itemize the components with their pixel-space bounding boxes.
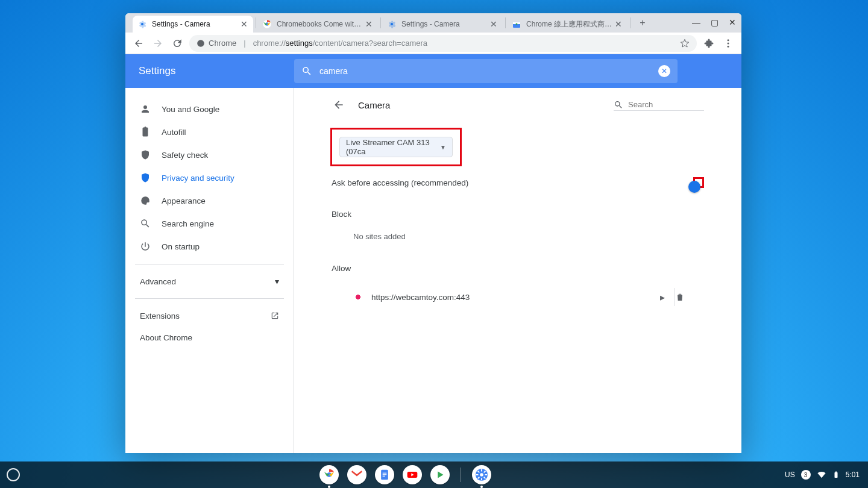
reload-button[interactable]	[170, 36, 184, 51]
search-icon	[140, 218, 151, 229]
gear-icon	[387, 19, 397, 29]
star-icon[interactable]	[680, 39, 690, 48]
tab-divider	[256, 17, 256, 28]
svg-rect-17	[383, 476, 385, 477]
shelf-app-play-store[interactable]	[430, 465, 450, 484]
chrome-icon	[262, 19, 272, 29]
sidebar-advanced[interactable]: Advanced▾	[125, 271, 294, 292]
settings-search[interactable]: ✕	[294, 59, 678, 83]
tab-settings-camera-2[interactable]: Settings - Camera ✕	[382, 16, 503, 33]
sidebar-item-label: Safety check	[162, 151, 208, 160]
secure-chip: Chrome	[197, 39, 236, 48]
block-section-label: Block	[332, 210, 704, 219]
settings-page: Settings ✕ You and Google Autofill Safet…	[125, 54, 741, 453]
status-area[interactable]: US 3 5:01	[785, 470, 868, 480]
svg-rect-15	[383, 473, 387, 474]
sidebar-divider	[135, 264, 284, 264]
notification-count: 3	[801, 470, 811, 480]
gear-icon	[137, 19, 147, 29]
settings-sidebar: You and Google Autofill Safety check Pri…	[125, 88, 294, 453]
search-icon	[614, 100, 623, 110]
chevron-right-icon[interactable]: ▸	[650, 292, 675, 303]
clock: 5:01	[846, 471, 860, 479]
battery-icon	[832, 470, 840, 480]
forward-button	[151, 36, 165, 51]
chrome-chip-icon	[197, 39, 205, 48]
sidebar-item-appearance[interactable]: Appearance	[125, 189, 284, 212]
sidebar-item-privacy-security[interactable]: Privacy and security	[125, 166, 284, 189]
person-icon	[140, 104, 151, 114]
sidebar-divider	[135, 298, 284, 299]
sidebar-extensions[interactable]: Extensions	[125, 305, 294, 327]
shelf-app-chrome[interactable]	[319, 465, 339, 484]
extensions-label: Extensions	[140, 311, 180, 321]
inpage-search-input[interactable]	[628, 99, 694, 110]
block-no-sites: No sites added	[332, 219, 704, 243]
close-tab-icon[interactable]: ✕	[240, 20, 248, 28]
main-header: Camera	[332, 98, 704, 117]
close-tab-icon[interactable]: ✕	[489, 20, 498, 28]
clear-search-icon[interactable]: ✕	[658, 65, 670, 77]
shelf-app-gmail[interactable]	[347, 465, 366, 484]
page-title: Camera	[358, 100, 390, 110]
open-external-icon	[271, 311, 279, 320]
sidebar-item-safety-check[interactable]: Safety check	[125, 143, 284, 166]
webstore-icon	[512, 19, 521, 29]
sidebar-about-chrome[interactable]: About Chrome	[125, 327, 294, 348]
advanced-label: Advanced	[140, 277, 176, 286]
settings-title: Settings	[125, 65, 294, 77]
search-icon	[301, 66, 312, 77]
url-display: chrome://settings/content/camera?search=…	[253, 39, 427, 48]
tab-title: Settings - Camera	[152, 20, 240, 28]
shelf-app-youtube[interactable]	[403, 465, 422, 484]
minimize-icon[interactable]: —	[691, 17, 702, 28]
svg-point-7	[197, 40, 204, 47]
close-tab-icon[interactable]: ✕	[614, 20, 623, 28]
sidebar-item-on-startup[interactable]: On startup	[125, 235, 284, 258]
close-window-icon[interactable]: ✕	[727, 17, 738, 28]
about-label: About Chrome	[140, 333, 192, 342]
sidebar-item-search-engine[interactable]: Search engine	[125, 212, 284, 235]
toggle-knob	[688, 181, 700, 193]
back-button[interactable]	[131, 36, 146, 51]
chromeos-shelf: US 3 5:01	[0, 461, 868, 488]
tab-chromebooks-perks[interactable]: Chromebooks Come with Perks ✕	[257, 16, 378, 33]
camera-device-value: Live Streamer CAM 313 (07ca	[346, 138, 436, 156]
shelf-app-docs[interactable]	[375, 465, 394, 484]
svg-point-21	[480, 473, 484, 477]
settings-search-input[interactable]	[319, 66, 651, 76]
menu-icon[interactable]	[721, 36, 735, 51]
extensions-icon[interactable]	[702, 36, 716, 51]
close-tab-icon[interactable]: ✕	[365, 20, 373, 28]
clipboard-icon	[140, 127, 151, 137]
shield-icon	[140, 172, 151, 183]
sidebar-item-autofill[interactable]: Autofill	[125, 120, 284, 143]
camera-device-select[interactable]: Live Streamer CAM 313 (07ca ▼	[339, 137, 453, 157]
tab-chrome-webstore[interactable]: Chrome 線上應用程式商店 - w… ✕	[507, 16, 627, 33]
settings-body: You and Google Autofill Safety check Pri…	[125, 88, 741, 453]
launcher-button[interactable]	[0, 468, 27, 481]
allow-site-row[interactable]: https://webcamtoy.com:443 ▸	[332, 283, 704, 311]
delete-site-button[interactable]	[675, 292, 704, 302]
shelf-app-settings[interactable]	[472, 465, 491, 484]
settings-main: Camera Live Streamer CAM 313 (07ca ▼	[294, 88, 741, 453]
omnibox[interactable]: Chrome | chrome://settings/content/camer…	[189, 35, 697, 52]
secure-label: Chrome	[209, 39, 236, 48]
svg-rect-16	[383, 474, 387, 475]
tab-divider	[630, 17, 631, 28]
new-tab-button[interactable]: +	[635, 16, 650, 30]
allow-site-url: https://webcamtoy.com:443	[371, 293, 650, 302]
tab-settings-camera[interactable]: Settings - Camera ✕	[133, 16, 253, 33]
tab-divider	[505, 17, 506, 28]
tab-divider	[380, 17, 381, 28]
settings-appbar: Settings ✕	[125, 54, 741, 88]
sidebar-item-label: On startup	[162, 242, 200, 251]
sidebar-item-you-and-google[interactable]: You and Google	[125, 98, 284, 120]
subpage-back-button[interactable]	[332, 98, 346, 112]
tab-title: Settings - Camera	[401, 20, 489, 28]
chevron-down-icon: ▼	[440, 144, 446, 151]
ask-toggle-highlight	[693, 177, 704, 188]
inpage-search[interactable]	[614, 99, 704, 111]
maximize-icon[interactable]: ▢	[709, 17, 720, 28]
sidebar-item-label: Autofill	[162, 128, 186, 137]
